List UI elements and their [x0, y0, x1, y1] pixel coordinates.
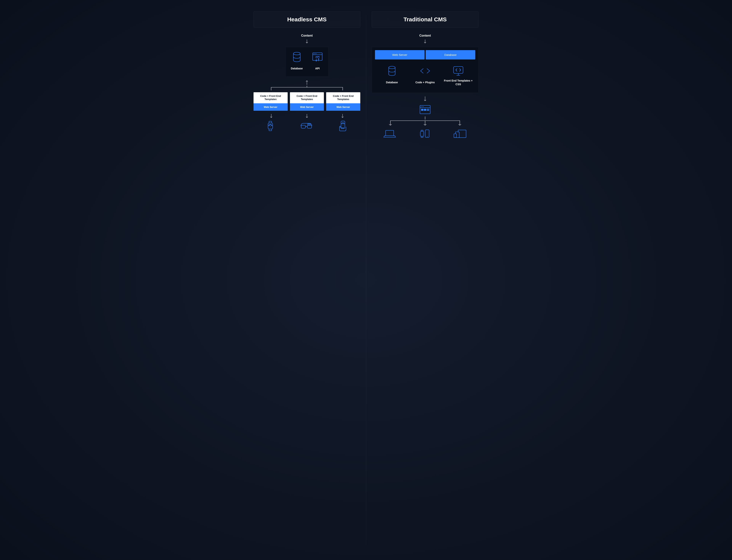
database-tab: Database — [426, 50, 475, 59]
arrow-down-icon — [341, 114, 344, 118]
svg-text:API: API — [315, 55, 319, 58]
svg-rect-34 — [424, 109, 426, 111]
svg-rect-33 — [421, 109, 423, 111]
stack-icons-row: Database Code + Plugins — [375, 64, 475, 90]
fan-out-connector — [372, 116, 478, 127]
card-bottom-label: Web Server — [254, 103, 288, 111]
database-label: Database — [386, 79, 398, 86]
arrow-down-icon — [270, 114, 273, 118]
headless-title: Headless CMS — [254, 11, 360, 27]
watch-phone-icon — [419, 129, 430, 139]
cms-comparison-diagram: Headless CMS Content Database — [254, 11, 478, 549]
laptop-icon — [383, 130, 396, 139]
svg-point-6 — [316, 53, 316, 54]
svg-point-1 — [293, 52, 300, 55]
card-top-label: Code + Front End Templates — [254, 92, 288, 103]
api-label: API — [315, 65, 319, 72]
smart-glasses-icon — [300, 122, 313, 131]
svg-point-5 — [315, 53, 315, 54]
database-cell: Database — [291, 52, 303, 72]
svg-point-41 — [427, 136, 428, 137]
arrow-down-icon — [306, 114, 308, 118]
arrow-down-icon — [424, 96, 426, 102]
card-bottom-label: Web Server — [326, 103, 360, 111]
website-icon — [419, 105, 431, 116]
card-bottom-label: Web Server — [290, 103, 324, 111]
frontend-card: Code + Front End Templates Web Server — [290, 92, 324, 111]
arrow-down-icon — [424, 39, 426, 44]
traditional-stack-panel: Web Server Database Database — [372, 47, 478, 93]
devices-group-icon — [453, 129, 467, 139]
svg-point-23 — [389, 66, 395, 69]
smartwatch-icon — [266, 121, 274, 132]
svg-point-32 — [423, 106, 424, 107]
code-plugins-label: Code + Plugins — [415, 79, 435, 86]
phone-in-hand-icon — [338, 120, 348, 132]
database-cell: Database — [377, 66, 407, 86]
frontend-card: Code + Front End Templates Web Server — [326, 92, 360, 111]
headless-devices-row — [254, 120, 360, 132]
content-label: Content — [419, 34, 431, 37]
svg-rect-17 — [307, 125, 311, 128]
card-top-label: Code + Front End Templates — [326, 92, 360, 103]
svg-point-47 — [455, 137, 455, 137]
database-label: Database — [291, 65, 303, 72]
svg-point-30 — [421, 106, 421, 107]
traditional-column: Traditional CMS Content Web Server Datab… — [372, 11, 478, 549]
svg-rect-35 — [427, 109, 429, 110]
code-icon — [419, 66, 431, 76]
templates-css-label: Front End Templates + CSS — [444, 79, 473, 86]
svg-rect-38 — [386, 130, 394, 136]
svg-rect-16 — [301, 125, 305, 128]
svg-point-21 — [343, 125, 343, 125]
api-icon: API — [312, 52, 323, 62]
bracket-connector — [254, 86, 360, 90]
svg-rect-40 — [425, 130, 429, 137]
frontend-card: Code + Front End Templates Web Server — [254, 92, 288, 111]
api-cell: API API — [312, 52, 323, 72]
arrow-up-icon — [306, 80, 308, 86]
monitor-code-icon — [452, 66, 464, 76]
code-plugins-cell: Code + Plugins — [410, 66, 440, 86]
svg-rect-39 — [420, 131, 424, 136]
svg-point-31 — [422, 106, 422, 107]
svg-point-15 — [270, 126, 271, 127]
headless-column: Headless CMS Content Database — [254, 11, 360, 549]
traditional-devices-row — [372, 129, 478, 139]
card-top-label: Code + Front End Templates — [290, 92, 324, 103]
database-icon — [292, 52, 302, 62]
arrow-down-icon — [306, 39, 308, 44]
database-icon — [387, 66, 397, 76]
web-server-tab: Web Server — [375, 50, 425, 59]
frontend-cards-row: Code + Front End Templates Web Server Co… — [254, 92, 360, 111]
svg-rect-24 — [453, 67, 463, 73]
vertical-divider — [366, 15, 366, 545]
content-label: Content — [301, 34, 313, 37]
svg-rect-36 — [427, 110, 429, 111]
traditional-title: Traditional CMS — [372, 11, 478, 27]
templates-css-cell: Front End Templates + CSS — [444, 66, 473, 86]
headless-backend-panel: Database API — [285, 47, 328, 77]
tabs-row: Web Server Database — [375, 50, 475, 59]
svg-rect-19 — [308, 124, 310, 125]
svg-point-4 — [314, 53, 314, 54]
arrows-to-devices — [254, 114, 360, 118]
